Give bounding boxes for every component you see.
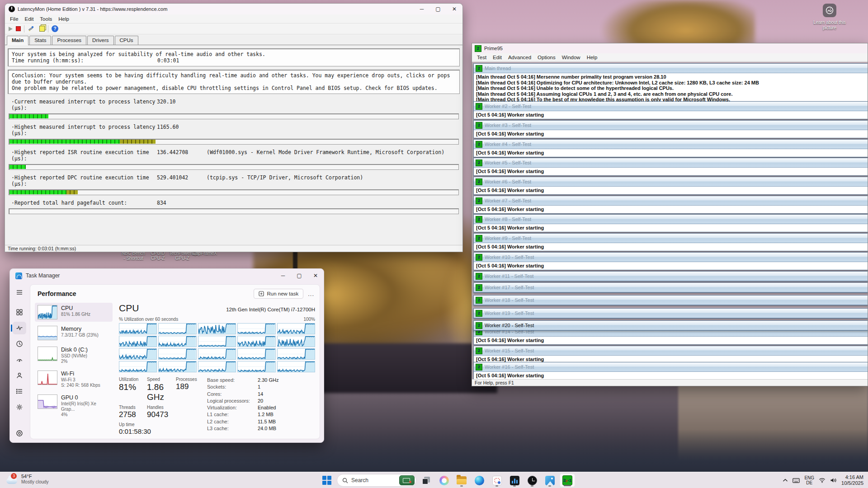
child-titlebar[interactable]: 2Worker #8 - Self-Test	[474, 215, 868, 224]
child-titlebar[interactable]: 2Worker #16 - Self-Test	[474, 362, 868, 372]
menu-item-file[interactable]: File	[7, 16, 22, 22]
rail-settings-button[interactable]	[13, 427, 26, 440]
child-titlebar[interactable]: 2Main thread	[474, 64, 868, 73]
search-box[interactable]: Search	[337, 474, 416, 487]
child-titlebar[interactable]: 2Worker #6 - Self-Test	[474, 177, 868, 187]
metric-bar-fill	[9, 114, 48, 118]
stop-button[interactable]	[16, 26, 21, 31]
search-highlight-icon[interactable]	[399, 475, 415, 485]
run-new-task-button[interactable]: Run new task	[254, 289, 303, 299]
child-titlebar[interactable]: 2Worker #18 - Self-Test	[474, 296, 868, 305]
wifi-icon[interactable]	[819, 478, 826, 483]
menu-item-test[interactable]: Test	[474, 55, 490, 60]
rail-performance-button[interactable]	[13, 322, 26, 334]
clock-date[interactable]: 4:16 AM 10/5/2025	[841, 474, 863, 486]
child-titlebar[interactable]: 2Worker #10 - Self-Test	[474, 253, 868, 262]
tray-chevron-icon[interactable]	[783, 479, 788, 482]
task-manager-app-icon	[15, 272, 22, 279]
tools-icon[interactable]	[28, 25, 35, 33]
rail-startup-apps-button[interactable]	[13, 353, 26, 366]
more-options-button[interactable]: ...	[308, 291, 314, 297]
tab-stats[interactable]: Stats	[29, 36, 51, 45]
language-switcher[interactable]: ENGDE	[804, 475, 814, 485]
benchmark-app-button[interactable]	[507, 474, 522, 487]
clock-app-button[interactable]	[524, 474, 540, 487]
menu-item-help[interactable]: Help	[584, 55, 601, 60]
prime95-titlebar[interactable]: 2 Prime95	[472, 43, 868, 53]
prime95-child-icon: 2	[476, 297, 482, 304]
child-titlebar[interactable]: 2Worker #20 - Self-Test	[474, 321, 868, 330]
spec-value: Enabled	[258, 404, 276, 411]
close-button[interactable]: ✕	[307, 269, 324, 282]
start-button[interactable]	[319, 474, 335, 487]
rail-processes-button[interactable]	[13, 306, 26, 319]
edge-button[interactable]	[472, 474, 487, 487]
prime95-taskbar-button[interactable]: 2p-1	[560, 474, 575, 487]
minimize-button[interactable]: ─	[414, 4, 430, 14]
tab-main[interactable]: Main	[7, 36, 28, 45]
core-graph-15	[277, 348, 315, 360]
menu-item-tools[interactable]: Tools	[37, 16, 55, 22]
graph-caption: % Utilization over 60 seconds	[119, 317, 178, 322]
menu-item-window[interactable]: Window	[559, 55, 584, 60]
sidebar-item-gpu[interactable]: GPU 0Intel(R) Iris(R) Xe Grap...4%	[35, 392, 113, 420]
rail-menu-button[interactable]	[13, 286, 26, 299]
picture-icon[interactable]	[823, 4, 836, 17]
tab-cpus[interactable]: CPUs	[115, 36, 138, 45]
menu-item-edit[interactable]: Edit	[490, 55, 505, 60]
child-titlebar[interactable]: 2Worker #19 - Self-Test	[474, 309, 868, 318]
tab-drivers[interactable]: Drivers	[87, 36, 113, 45]
sidebar-item-disk[interactable]: Disk 0 (C:)SSD (NVMe)2%	[35, 344, 113, 366]
stat-value: 1.86 GHz	[147, 382, 176, 402]
spec-label: Sockets:	[207, 384, 258, 390]
photos-app-button[interactable]	[542, 474, 557, 487]
rail-services-button[interactable]	[13, 401, 26, 413]
desktop-icon-label[interactable]: NBC Bench - Shortcut	[120, 251, 146, 261]
desktop-icon-label[interactable]: CPUID CPU-Z	[145, 251, 171, 261]
child-titlebar[interactable]: 2Worker #7 - Self-Test	[474, 196, 868, 206]
touch-keyboard-icon[interactable]	[793, 478, 800, 483]
sidebar-item-name: CPU	[61, 305, 90, 312]
menu-item-edit[interactable]: Edit	[22, 16, 37, 22]
maximize-button[interactable]: ▢	[430, 4, 446, 14]
stat-label: Utilization	[119, 377, 147, 382]
child-titlebar[interactable]: 2Worker #15 - Self-Test	[474, 346, 868, 356]
sidebar-item-sub2: S: 240 R: 568 Kbps	[61, 383, 100, 388]
snipping-tool-button[interactable]	[489, 474, 505, 487]
task-view-button[interactable]	[419, 474, 434, 487]
child-titlebar[interactable]: 2Worker #4 - Self-Test	[474, 140, 868, 149]
child-titlebar[interactable]: 2Worker #11 - Self-Test	[474, 272, 868, 281]
play-button[interactable]	[9, 27, 13, 31]
rail-users-button[interactable]	[13, 369, 26, 382]
maximize-button[interactable]: ▢	[291, 269, 307, 282]
speaker-icon[interactable]	[830, 478, 837, 483]
minimize-button[interactable]: ─	[275, 269, 291, 282]
help-icon[interactable]: ?	[52, 25, 58, 32]
latencymon-titlebar[interactable]: LatencyMon (Home Edition ) v 7.31 - http…	[5, 4, 462, 14]
rail-details-button[interactable]	[13, 385, 26, 398]
child-titlebar[interactable]: 2Worker #9 - Self-Test	[474, 234, 868, 243]
sidebar-item-memory[interactable]: Memory7.3/31.7 GB (23%)	[35, 324, 113, 343]
child-titlebar[interactable]: 2Worker #5 - Self-Test	[474, 158, 868, 168]
child-titlebar[interactable]: 2Worker #17 - Self-Test	[474, 283, 868, 292]
spotlight-widget[interactable]: Learn about this picture	[813, 4, 846, 31]
stat-label: Handles	[147, 405, 176, 410]
task-manager-titlebar[interactable]: Task Manager ─ ▢ ✕	[10, 269, 324, 282]
weather-widget[interactable]: 3 54°F Mostly cloudy	[6, 474, 49, 485]
tab-processes[interactable]: Processes	[52, 36, 86, 45]
rail-app-history-button[interactable]	[13, 338, 26, 350]
core-graph-20	[277, 361, 315, 372]
menu-item-advanced[interactable]: Advanced	[505, 55, 534, 60]
menu-item-options[interactable]: Options	[534, 55, 559, 60]
latencymon-window: LatencyMon (Home Edition ) v 7.31 - http…	[5, 3, 463, 252]
close-button[interactable]: ✕	[446, 4, 462, 14]
file-explorer-button[interactable]	[454, 474, 469, 487]
child-titlebar[interactable]: 2Worker #2 - Self-Test	[474, 102, 868, 111]
sidebar-item-cpu[interactable]: CPU81% 1.86 GHz	[35, 303, 113, 322]
graph-max-label: 100%	[303, 317, 315, 322]
copy-report-icon[interactable]	[39, 26, 45, 32]
copilot-button[interactable]	[436, 474, 452, 487]
menu-item-help[interactable]: Help	[55, 16, 72, 22]
child-titlebar[interactable]: 2Worker #3 - Self-Test	[474, 121, 868, 130]
sidebar-item-wifi[interactable]: Wi-FiWi-Fi 3S: 240 R: 568 Kbps	[35, 368, 113, 390]
